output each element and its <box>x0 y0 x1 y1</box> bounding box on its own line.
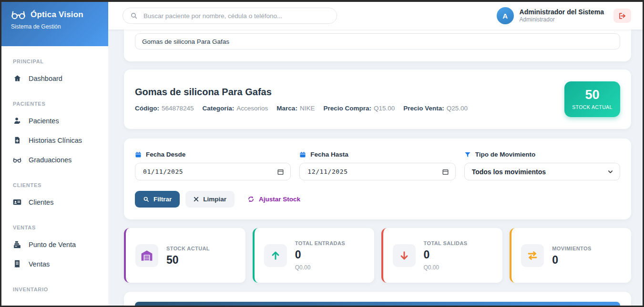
stat-text: TOTAL ENTRADAS 0 Q0.00 <box>295 240 345 271</box>
logout-icon <box>618 12 626 20</box>
filter-funnel-icon <box>464 151 471 158</box>
stock-value: 50 <box>585 89 599 101</box>
stock-label: STOCK ACTUAL <box>572 104 613 110</box>
meta-value: Accesorios <box>236 105 268 112</box>
stat-label: TOTAL SALIDAS <box>424 240 468 246</box>
glasses-icon <box>13 157 21 163</box>
stat-text: MOVIMIENTOS 0 <box>552 246 591 266</box>
sidebar-item-label: Ventas <box>29 260 50 268</box>
meta-value: Q25.00 <box>447 105 468 112</box>
clear-button[interactable]: Limpiar <box>185 191 235 208</box>
sidebar-item-label: Graduaciones <box>29 156 72 164</box>
adjust-stock-label: Ajustar Stock <box>259 196 300 203</box>
product-purchase-price: Precio Compra:Q15.00 <box>323 105 395 112</box>
stat-subvalue: Q0.00 <box>295 264 345 271</box>
filter-button-label: Filtrar <box>153 196 172 203</box>
product-sale-price: Precio Venta:Q25.00 <box>403 105 468 112</box>
stat-card-total-entradas: TOTAL ENTRADAS 0 Q0.00 <box>253 228 374 283</box>
search-icon <box>143 196 149 202</box>
sidebar-item-label: Historias Clínicas <box>29 137 82 144</box>
product-meta: Código:564878245 Categoría:Accesorios Ma… <box>135 105 468 112</box>
brand-title: Óptica Vision <box>31 10 83 20</box>
field-label-text: Tipo de Movimiento <box>475 151 536 158</box>
arrow-up-icon <box>264 244 287 267</box>
product-category: Categoría:Accesorios <box>203 105 268 112</box>
nav-section-pacientes: PACIENTES <box>13 101 97 107</box>
adjust-stock-link[interactable]: Ajustar Stock <box>247 196 300 203</box>
nav-section-ventas: VENTAS <box>13 225 97 230</box>
user-role: Administrador <box>520 16 604 23</box>
movements-header-bar <box>135 302 620 306</box>
stat-value: 50 <box>166 255 210 266</box>
logout-button[interactable] <box>613 9 631 23</box>
sync-icon <box>247 196 255 203</box>
field-movement-type: Tipo de Movimiento Todos los movimientos <box>464 151 620 180</box>
meta-value: NIKE <box>300 105 315 112</box>
patient-search[interactable] <box>123 8 337 24</box>
movements-table-card <box>124 292 631 306</box>
movement-type-select[interactable]: Todos los movimientos <box>464 163 620 180</box>
product-title: Gomas de silicona Para Gafas <box>135 87 468 98</box>
sidebar: Óptica Vision Sistema de Gestión PRINCIP… <box>1 2 108 306</box>
meta-value: 564878245 <box>162 105 194 112</box>
filter-card: Fecha Desde <box>124 139 631 219</box>
stat-value: 0 <box>552 255 591 266</box>
sidebar-item-label: Clientes <box>29 198 53 206</box>
stat-label: STOCK ACTUAL <box>166 246 210 251</box>
cash-register-icon <box>13 241 21 248</box>
user-meta: Administrador del Sistema Administrador <box>520 8 604 24</box>
field-label-text: Fecha Desde <box>146 151 185 158</box>
product-name-input[interactable] <box>135 33 620 50</box>
filter-buttons-row: Filtrar Limpiar Ajustar Stock <box>135 191 620 208</box>
brand-header: Óptica Vision Sistema de Gestión <box>1 2 108 46</box>
sidebar-item-clientes[interactable]: Clientes <box>1 192 108 212</box>
arrow-down-icon <box>393 244 416 267</box>
sidebar-item-historias-clinicas[interactable]: Historias Clínicas <box>1 130 108 150</box>
date-to-input[interactable] <box>299 163 455 180</box>
clear-button-label: Limpiar <box>203 196 226 203</box>
stat-card-stock-actual: STOCK ACTUAL 50 <box>124 228 245 283</box>
sidebar-item-punto-de-venta[interactable]: Punto de Venta <box>1 235 108 254</box>
sidebar-item-graduaciones[interactable]: Graduaciones <box>1 150 108 169</box>
field-date-from: Fecha Desde <box>135 151 291 180</box>
sidebar-item-pacientes[interactable]: Pacientes <box>1 111 108 130</box>
receipt-icon <box>13 260 21 268</box>
movement-type-label: Tipo de Movimiento <box>464 151 620 158</box>
stats-row: STOCK ACTUAL 50 TOTAL ENTRADAS 0 Q0.00 <box>124 228 631 283</box>
sidebar-nav: PRINCIPAL Dashboard PACIENTES Pacientes … <box>1 46 108 297</box>
brand-subtitle: Sistema de Gestión <box>11 23 99 30</box>
glasses-logo-icon <box>11 10 26 20</box>
topbar: A Administrador del Sistema Administrado… <box>108 2 643 30</box>
product-code: Código:564878245 <box>135 105 194 112</box>
calendar-icon <box>299 151 306 158</box>
stat-text: STOCK ACTUAL 50 <box>166 246 210 266</box>
stat-card-movimientos: MOVIMIENTOS 0 <box>510 228 631 283</box>
meta-value: Q15.00 <box>374 105 395 112</box>
product-card: Gomas de silicona Para Gafas Código:5648… <box>124 69 631 129</box>
medical-file-icon <box>13 136 21 144</box>
field-date-to: Fecha Hasta <box>299 151 455 180</box>
meta-label: Código: <box>135 105 159 112</box>
product-search-card <box>124 30 631 61</box>
calendar-icon <box>135 151 142 158</box>
product-info: Gomas de silicona Para Gafas Código:5648… <box>135 87 468 112</box>
search-icon <box>130 12 138 20</box>
avatar[interactable]: A <box>497 7 514 24</box>
user-name: Administrador del Sistema <box>520 8 604 17</box>
sidebar-item-dashboard[interactable]: Dashboard <box>1 69 108 88</box>
stat-text: TOTAL SALIDAS 0 Q0.00 <box>424 240 468 271</box>
close-icon <box>194 197 199 202</box>
filter-button[interactable]: Filtrar <box>135 191 180 208</box>
meta-label: Categoría: <box>203 105 235 112</box>
id-card-icon <box>13 198 21 206</box>
search-input[interactable] <box>143 12 329 20</box>
field-label-text: Fecha Hasta <box>310 151 348 158</box>
app-window: Óptica Vision Sistema de Gestión PRINCIP… <box>0 0 644 307</box>
stock-badge: 50 STOCK ACTUAL <box>564 81 620 117</box>
nav-section-clientes: CLIENTES <box>13 182 97 188</box>
main-area: A Administrador del Sistema Administrado… <box>108 2 643 306</box>
sidebar-item-ventas[interactable]: Ventas <box>1 254 108 274</box>
stat-value: 0 <box>295 249 345 260</box>
date-from-input[interactable] <box>135 163 291 180</box>
meta-label: Precio Compra: <box>323 105 371 112</box>
